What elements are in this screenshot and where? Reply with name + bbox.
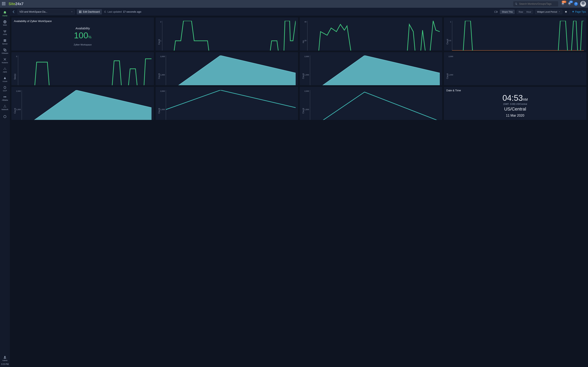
topbar: Site24x7 99+ 22 ? <box>0 0 588 8</box>
search-field[interactable] <box>519 2 557 6</box>
top-icons: 99+ 22 ? <box>561 1 586 7</box>
sidebar-label: Nutanix <box>2 62 8 64</box>
card-title: Date & Time <box>446 89 584 92</box>
card-localsess[interactable]: Total Local Sessions of Zylker VDI Count… <box>300 52 442 85</box>
svg-point-16 <box>4 115 6 118</box>
sidebar-item-more[interactable] <box>0 112 10 122</box>
card-tunneled[interactable]: Total Tunneled Connections of Zylker VDI… <box>11 87 154 120</box>
svg-rect-18 <box>79 11 80 11</box>
sidebar-label: Admin <box>2 359 8 361</box>
vmware-icon <box>3 48 7 52</box>
sidebar-item-admin[interactable]: Admin <box>0 354 10 363</box>
sidebar-item-gcp[interactable]: GCP <box>0 84 10 93</box>
card-launch[interactable]: Session Launch Time of Zylker WorkSpace … <box>11 52 154 85</box>
ylabel: Count <box>158 55 160 85</box>
svg-point-2 <box>5 30 6 31</box>
apm-icon <box>3 29 7 33</box>
svg-point-17 <box>4 356 6 357</box>
nutanix-icon <box>3 58 7 61</box>
svg-rect-11 <box>5 96 6 98</box>
seg-raw[interactable]: Raw <box>517 10 525 14</box>
clock-time: 04:53AM <box>502 94 528 102</box>
sidebar-item-vmware[interactable]: VMware <box>0 47 10 56</box>
sidebar-item-web[interactable]: Web <box>0 18 10 28</box>
raw-hour-toggle[interactable]: Raw Hour <box>517 10 533 14</box>
sidebar-item-azure[interactable]: Azure <box>0 75 10 84</box>
card-entdesktop[interactable]: Overall vs Entitled Local Desktop Sessio… <box>156 87 298 120</box>
card-latency[interactable]: In Session Latency of Zylker WorkSpace m… <box>300 17 442 50</box>
ylabel: Count <box>302 55 304 85</box>
divider <box>570 10 570 14</box>
clock-date: 11 Mar 2020 <box>506 114 524 117</box>
card-disconnect[interactable]: Session Disconnect of Zylker WorkSpace C… <box>444 17 586 50</box>
dashboard-grid: Availability of Zylker WorkSpace Availab… <box>10 16 588 367</box>
server-icon <box>3 39 7 42</box>
avatar[interactable] <box>580 1 586 7</box>
dashboard-grid-icon <box>79 10 82 13</box>
sidebar-label: Alibaba <box>2 99 8 101</box>
sidebar-label: Server <box>2 43 8 45</box>
sidebar-clock: 3:23 PM <box>1 363 9 365</box>
help-icon[interactable]: ? <box>574 2 578 6</box>
ylabel: Count <box>302 90 304 120</box>
dashboard-name: VDI and WorkSpace Da... <box>19 10 47 13</box>
card-connections[interactable]: Connections of Zylker WorkSpace Count 21… <box>156 17 298 50</box>
share-button[interactable]: Share This <box>500 9 515 14</box>
sidebar-item-alibaba[interactable]: Alibaba <box>0 93 10 103</box>
edit-dashboard-button[interactable]: Edit Dashboard <box>77 9 102 15</box>
globe-more-icon <box>3 115 7 118</box>
card-clock[interactable]: Date & Time 04:53AM (GMT -5:00) US/Centr… <box>444 87 586 120</box>
page-tips-link[interactable]: Page Tips <box>572 10 586 13</box>
dashboard-selector[interactable]: VDI and WorkSpace Da... <box>17 9 75 15</box>
card-availability[interactable]: Availability of Zylker WorkSpace Availab… <box>11 17 154 50</box>
widget-period-selector[interactable]: Widget Level Period <box>535 9 562 14</box>
clock-region: US/Central <box>504 106 526 112</box>
ylabel: ms <box>302 21 304 50</box>
globe-icon <box>3 20 7 24</box>
ylabel: Count <box>158 90 160 120</box>
card-desktops[interactable]: Total Virtual Desktops of Zylker VDI Cou… <box>156 52 298 85</box>
ylabel: Count <box>14 90 16 120</box>
last-updated: Last updated 17 seconds ago <box>104 10 141 13</box>
card-maxconc[interactable]: Maximum Concurrent Connections of Zylker… <box>444 52 586 85</box>
app-launcher-icon[interactable] <box>2 2 6 6</box>
svg-rect-3 <box>4 40 6 40</box>
svg-point-13 <box>5 105 5 106</box>
sidebar-item-nutanix[interactable]: Nutanix <box>0 56 10 65</box>
projector-icon[interactable] <box>494 10 498 14</box>
admin-icon <box>3 355 7 359</box>
theme-toggle-icon[interactable] <box>564 10 568 13</box>
ylabel: Count <box>446 55 449 85</box>
svg-rect-10 <box>4 96 4 98</box>
notifications-bell-icon[interactable]: 99+ <box>561 2 565 6</box>
search-input[interactable] <box>513 1 558 7</box>
svg-point-1 <box>4 30 5 31</box>
alarms-bell-icon[interactable]: 22 <box>568 2 572 6</box>
svg-rect-4 <box>4 41 6 42</box>
refresh-icon[interactable] <box>104 11 106 13</box>
azure-icon <box>3 76 7 80</box>
sidebar-item-server[interactable]: Server <box>0 37 10 47</box>
sidebar-item-aws[interactable]: AWS <box>0 65 10 75</box>
sidebar-item-network[interactable]: Network <box>0 103 10 112</box>
sidebar-label: Azure <box>2 80 7 82</box>
svg-rect-20 <box>79 12 80 13</box>
sidebar-item-apm[interactable]: APM <box>0 28 10 37</box>
home-icon <box>3 11 7 14</box>
notif-badge-2: 22 <box>569 1 573 3</box>
card-refresh-icon[interactable] <box>581 54 584 57</box>
ylabel: Sec(s) <box>14 55 16 85</box>
svg-rect-21 <box>80 12 81 13</box>
dashboard-toolbar: VDI and WorkSpace Da... Edit Dashboard L… <box>10 8 588 16</box>
back-icon[interactable] <box>12 10 16 14</box>
aws-icon <box>3 67 7 71</box>
notif-badge-1: 99+ <box>562 1 566 3</box>
sidebar-item-home[interactable]: Home <box>0 9 10 18</box>
card-title: Availability of Zylker WorkSpace <box>14 20 151 23</box>
chevron-down-icon <box>558 11 561 13</box>
card-entapp[interactable]: Overall vs Entitled Local Application Se… <box>300 87 442 120</box>
bulb-icon <box>572 11 574 13</box>
sidebar-label: AWS <box>3 71 7 73</box>
seg-hour[interactable]: Hour <box>525 10 533 14</box>
logo: Site24x7 <box>9 2 24 6</box>
